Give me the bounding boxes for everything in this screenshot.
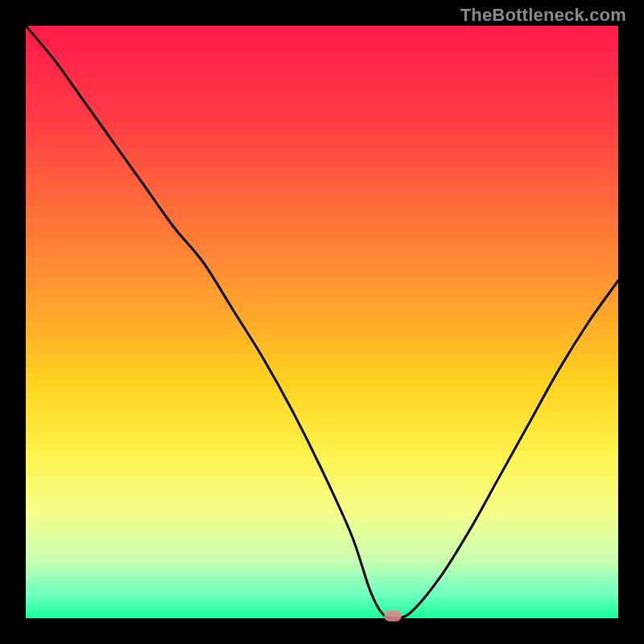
plot-area xyxy=(26,26,618,618)
watermark-text: TheBottleneck.com xyxy=(460,5,626,26)
optimal-point-marker xyxy=(384,610,402,621)
plot-svg xyxy=(26,26,618,618)
gradient-background xyxy=(26,26,618,618)
chart-frame: TheBottleneck.com xyxy=(0,0,644,644)
